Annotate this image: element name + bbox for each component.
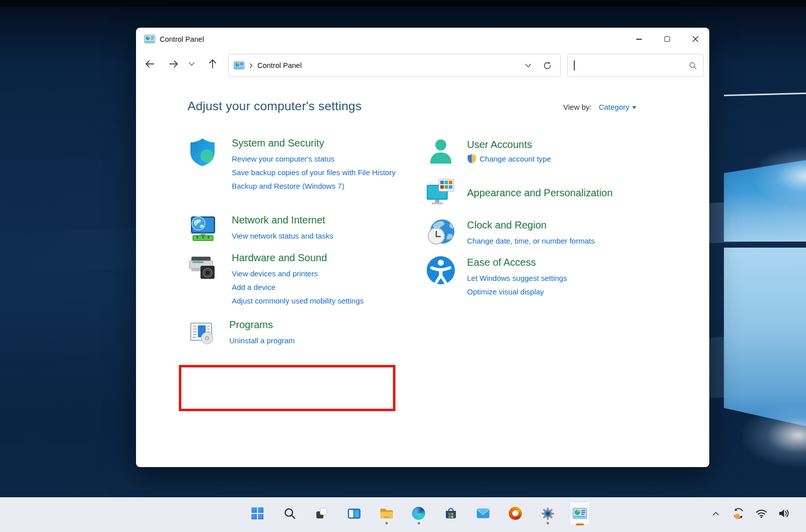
link-mobility-settings[interactable]: Adjust commonly used mobility settings (232, 294, 403, 308)
wifi-button[interactable] (754, 504, 768, 522)
widgets-button[interactable] (344, 502, 364, 525)
running-indicator (418, 522, 420, 524)
category-hardware-and-sound: Hardware and Sound View devices and prin… (186, 251, 403, 308)
shield-icon[interactable] (186, 136, 219, 193)
control-panel-content: Adjust your computer's settings View by:… (136, 80, 709, 467)
maximize-icon (664, 36, 670, 42)
widgets-icon (348, 508, 361, 519)
link-uninstall-program[interactable]: Uninstall a program (229, 334, 380, 347)
category-heading[interactable]: Hardware and Sound (232, 251, 403, 265)
tray-expand-button[interactable] (709, 504, 723, 522)
address-bar[interactable]: Control Panel (228, 54, 561, 77)
wallpaper-logo-pane (724, 248, 806, 432)
address-dropdown-button[interactable] (525, 63, 531, 68)
minimize-button[interactable] (625, 28, 653, 50)
edge-button[interactable] (409, 502, 429, 525)
screen-top-strip (0, 0, 806, 7)
category-heading[interactable]: Clock and Region (467, 218, 658, 232)
mail-icon (477, 508, 490, 518)
navigation-bar: Control Panel (136, 50, 709, 80)
minimize-icon (636, 39, 642, 40)
link-optimize-visual[interactable]: Optimize visual display (467, 285, 638, 298)
refresh-button[interactable] (543, 61, 552, 70)
settings-icon (541, 507, 555, 520)
programs-icon[interactable] (188, 318, 217, 347)
category-ease-of-access: Ease of Access Let Windows suggest setti… (426, 255, 638, 298)
link-add-device[interactable]: Add a device (232, 280, 403, 294)
category-heading[interactable]: Appearance and Personalization (467, 186, 679, 200)
globe-clock-icon[interactable] (426, 218, 456, 248)
sync-status-button[interactable] (731, 504, 746, 522)
wifi-icon (755, 508, 768, 518)
running-indicator (547, 522, 549, 524)
category-heading[interactable]: Programs (229, 318, 380, 332)
active-indicator (576, 523, 584, 525)
office-icon (509, 507, 522, 520)
microsoft-store-button[interactable] (441, 502, 461, 525)
link-devices-printers[interactable]: View devices and printers (232, 267, 403, 280)
category-clock-and-region: Clock and Region Change date, time, or n… (426, 218, 658, 248)
ease-of-access-icon[interactable] (426, 255, 456, 298)
up-arrow-icon (208, 58, 218, 69)
running-indicator (385, 522, 388, 524)
forward-arrow-icon (168, 59, 179, 69)
file-explorer-icon (380, 508, 393, 519)
control-panel-window: Control Panel (136, 28, 709, 467)
taskbar (0, 497, 806, 532)
recent-pages-button[interactable] (184, 54, 198, 73)
page-title: Adjust your computer's settings (187, 99, 362, 113)
file-explorer-button[interactable] (376, 502, 396, 525)
up-button[interactable] (204, 54, 222, 73)
start-button[interactable] (247, 502, 267, 525)
link-date-time-formats[interactable]: Change date, time, or number formats (467, 234, 658, 248)
printer-speaker-icon[interactable] (186, 251, 219, 308)
monitor-palette-icon[interactable] (426, 178, 456, 208)
refresh-icon (543, 61, 552, 70)
view-by-dropdown[interactable]: Category (598, 103, 629, 111)
category-heading[interactable]: Ease of Access (467, 255, 638, 269)
category-heading[interactable]: System and Security (232, 136, 398, 150)
link-suggest-settings[interactable]: Let Windows suggest settings (467, 271, 638, 285)
search-input[interactable] (567, 54, 704, 77)
volume-icon (778, 508, 790, 519)
task-view-button[interactable] (312, 502, 332, 525)
view-by-label: View by: (563, 103, 591, 111)
window-title: Control Panel (160, 35, 204, 43)
control-panel-icon (144, 35, 155, 43)
taskbar-search-button[interactable] (280, 502, 300, 525)
back-button[interactable] (141, 54, 159, 73)
forward-button[interactable] (165, 54, 183, 73)
link-change-account-type[interactable]: Change account type (480, 155, 551, 163)
title-bar[interactable]: Control Panel (136, 28, 709, 50)
office-button[interactable] (505, 502, 525, 525)
user-icon[interactable] (426, 137, 456, 168)
mail-button[interactable] (473, 502, 493, 525)
task-view-icon (315, 507, 328, 520)
control-panel-taskbar-button[interactable] (570, 502, 590, 525)
volume-button[interactable] (777, 504, 791, 522)
close-button[interactable] (681, 28, 709, 50)
wallpaper-logo-pane (724, 160, 806, 242)
link-backup-restore[interactable]: Backup and Restore (Windows 7) (232, 179, 398, 193)
microsoft-store-icon (444, 507, 457, 520)
back-arrow-icon (144, 59, 155, 69)
programs-highlight-box (179, 365, 395, 411)
maximize-button[interactable] (653, 28, 681, 50)
start-icon (251, 507, 263, 519)
category-heading[interactable]: Network and Internet (232, 213, 398, 227)
control-panel-icon (234, 61, 244, 69)
category-user-accounts: User Accounts Change account type (426, 137, 638, 168)
link-review-status[interactable]: Review your computer's status (232, 152, 398, 166)
close-icon (692, 36, 699, 42)
sync-icon (732, 507, 745, 520)
desktop: Control Panel (0, 0, 806, 532)
link-file-history[interactable]: Save backup copies of your files with Fi… (232, 166, 398, 179)
settings-button[interactable] (538, 502, 558, 525)
breadcrumb-location[interactable]: Control Panel (257, 61, 302, 69)
wallpaper-windows-logo (724, 151, 806, 443)
category-heading[interactable]: User Accounts (467, 137, 638, 151)
category-system-and-security: System and Security Review your computer… (186, 136, 398, 193)
network-icon[interactable] (186, 213, 219, 245)
search-icon (689, 61, 697, 70)
link-network-status[interactable]: View network status and tasks (232, 229, 398, 243)
